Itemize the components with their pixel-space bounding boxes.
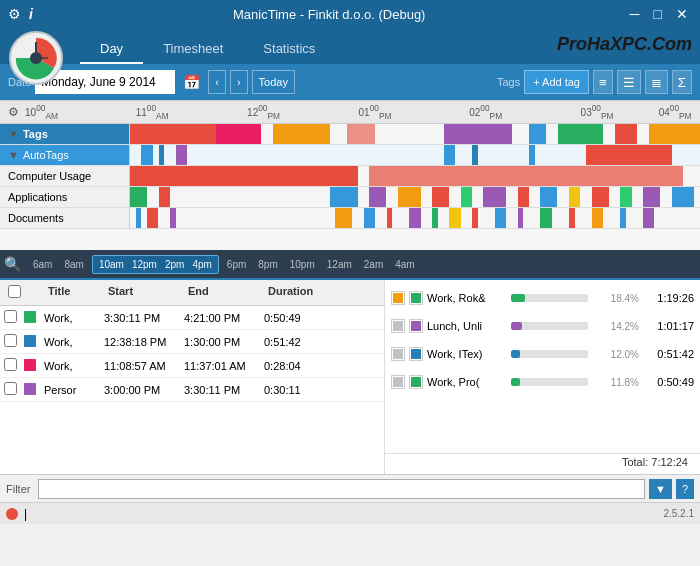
row-start: 3:30:11 PM bbox=[104, 312, 184, 324]
calendar-icon[interactable]: 📅 bbox=[179, 72, 204, 92]
pie-bar-2 bbox=[511, 350, 589, 358]
pie-color-0 bbox=[391, 291, 405, 305]
prev-day-button[interactable]: ‹ bbox=[208, 70, 226, 94]
row-checkbox[interactable] bbox=[4, 382, 24, 397]
timeline-area: ▼ Tags ▼ AutoTags bbox=[0, 124, 700, 250]
mini-hour-6pm: 6pm bbox=[223, 259, 250, 270]
filter-help-button[interactable]: ? bbox=[676, 479, 694, 499]
row-checkbox[interactable] bbox=[4, 334, 24, 349]
pie-color-fill-2 bbox=[409, 347, 423, 361]
window-controls[interactable]: ─ □ ✕ bbox=[626, 6, 692, 22]
status-indicator bbox=[6, 508, 18, 520]
pie-color-2 bbox=[391, 347, 405, 361]
autotags-expand-icon[interactable]: ▼ bbox=[8, 149, 19, 161]
applications-label: Applications bbox=[0, 187, 130, 207]
close-button[interactable]: ✕ bbox=[672, 6, 692, 22]
tab-day[interactable]: Day bbox=[80, 35, 143, 64]
pie-time-0: 1:19:26 bbox=[639, 292, 694, 304]
mini-hour-2am: 2am bbox=[360, 259, 387, 270]
pie-color-3 bbox=[391, 375, 405, 389]
title-bar: ⚙ i ManicTime - Finkit d.o.o. (Debug) ─ … bbox=[0, 0, 700, 28]
pie-bar-1 bbox=[511, 322, 589, 330]
pie-color-1 bbox=[391, 319, 405, 333]
pie-bar-3 bbox=[511, 378, 589, 386]
autotags-bar-area bbox=[130, 145, 700, 165]
filter-dropdown-button[interactable]: ▼ bbox=[649, 479, 672, 499]
table-row[interactable]: Persor 3:00:00 PM 3:30:11 PM 0:30:11 bbox=[0, 378, 384, 402]
mini-hour-4pm[interactable]: 4pm bbox=[188, 257, 215, 272]
hour-2pm: 0200PM bbox=[469, 103, 502, 120]
add-tag-button[interactable]: + Add tag bbox=[524, 70, 589, 94]
mini-hour-10am[interactable]: 10am bbox=[95, 257, 128, 272]
table-body: Work, 3:30:11 PM 4:21:00 PM 0:50:49 Work… bbox=[0, 306, 384, 474]
th-end[interactable]: End bbox=[184, 283, 264, 302]
documents-label: Documents bbox=[0, 208, 130, 228]
tab-statistics[interactable]: Statistics bbox=[243, 35, 335, 64]
toolbar: Date 📅 ‹ › Today Tags + Add tag ≡ ☰ ≣ Σ bbox=[0, 64, 700, 100]
view-list2-button[interactable]: ☰ bbox=[617, 70, 641, 94]
minimize-button[interactable]: ─ bbox=[626, 6, 644, 22]
next-day-button[interactable]: › bbox=[230, 70, 248, 94]
mini-search-icon[interactable]: 🔍 bbox=[4, 256, 21, 272]
maximize-button[interactable]: □ bbox=[650, 6, 666, 22]
view-sigma-button[interactable]: Σ bbox=[672, 70, 692, 94]
mini-hour-12pm[interactable]: 12pm bbox=[128, 257, 161, 272]
status-bar: | 2.5.2.1 bbox=[0, 502, 700, 524]
row-color-indicator bbox=[24, 383, 44, 397]
mini-hour-10pm: 10pm bbox=[286, 259, 319, 270]
pie-row-2: Work, ITex) 12.0% 0:51:42 bbox=[385, 340, 700, 368]
pie-pct-3: 11.8% bbox=[594, 377, 639, 388]
timeline-row-computer-usage: Computer Usage bbox=[0, 166, 700, 187]
table-header: Title Start End Duration bbox=[0, 280, 384, 306]
th-duration[interactable]: Duration bbox=[264, 283, 334, 302]
table-row[interactable]: Work, 11:08:57 AM 11:37:01 AM 0:28:04 bbox=[0, 354, 384, 378]
row-color-indicator bbox=[24, 359, 44, 373]
tags-expand-icon[interactable]: ▼ bbox=[8, 128, 19, 140]
table-row[interactable]: Work, 12:38:18 PM 1:30:00 PM 0:51:42 bbox=[0, 330, 384, 354]
total-time: Total: 7:12:24 bbox=[385, 453, 700, 470]
pie-label-0: Work, Rok& bbox=[427, 292, 505, 304]
timeline-settings-icon[interactable]: ⚙ bbox=[8, 105, 19, 119]
view-list-button[interactable]: ≡ bbox=[593, 70, 613, 94]
settings-icon[interactable]: ⚙ bbox=[8, 6, 21, 22]
filter-input[interactable] bbox=[38, 479, 645, 499]
pie-pct-0: 18.4% bbox=[594, 293, 639, 304]
tab-timesheet[interactable]: Timesheet bbox=[143, 35, 243, 64]
row-checkbox[interactable] bbox=[4, 310, 24, 325]
pie-row-3: Work, Pro( 11.8% 0:50:49 bbox=[385, 368, 700, 396]
th-title[interactable]: Title bbox=[44, 283, 104, 302]
row-checkbox[interactable] bbox=[4, 358, 24, 373]
tags-section: Tags + Add tag ≡ ☰ ≣ Σ bbox=[497, 70, 692, 94]
pie-pct-1: 14.2% bbox=[594, 321, 639, 332]
mini-hour-6am: 6am bbox=[29, 259, 56, 270]
row-duration: 0:51:42 bbox=[264, 336, 334, 348]
th-start[interactable]: Start bbox=[104, 283, 184, 302]
row-start: 3:00:00 PM bbox=[104, 384, 184, 396]
pie-time-2: 0:51:42 bbox=[639, 348, 694, 360]
bottom-panel: Title Start End Duration Work, 3:30:11 P… bbox=[0, 278, 700, 474]
tags-label: Tags bbox=[497, 76, 520, 88]
hour-10am: 1000AM bbox=[25, 103, 58, 120]
table-row[interactable]: Work, 3:30:11 PM 4:21:00 PM 0:50:49 bbox=[0, 306, 384, 330]
mini-hour-2pm[interactable]: 2pm bbox=[161, 257, 188, 272]
timeline-row-applications: Applications bbox=[0, 187, 700, 208]
nav-bar: Day Timesheet Statistics ProHaXPC.Com bbox=[0, 28, 700, 64]
row-start: 11:08:57 AM bbox=[104, 360, 184, 372]
timeline-row-autotags: ▼ AutoTags bbox=[0, 145, 700, 166]
today-button[interactable]: Today bbox=[252, 70, 295, 94]
row-duration: 0:50:49 bbox=[264, 312, 334, 324]
pie-bar-0 bbox=[511, 294, 589, 302]
select-all-checkbox[interactable] bbox=[8, 285, 21, 298]
view-details-button[interactable]: ≣ bbox=[645, 70, 668, 94]
row-end: 3:30:11 PM bbox=[184, 384, 264, 396]
brand-text: ProHaXPC.Com bbox=[557, 34, 692, 55]
hour-1pm: 0100PM bbox=[359, 103, 392, 120]
hour-3pm: 0300PM bbox=[581, 103, 614, 120]
timeline-row-tags: ▼ Tags bbox=[0, 124, 700, 145]
pie-label-3: Work, Pro( bbox=[427, 376, 505, 388]
mini-timeline: 🔍 6am 8am 10am 12pm 2pm 4pm 6pm 8pm 10pm… bbox=[0, 250, 700, 278]
row-duration: 0:28:04 bbox=[264, 360, 334, 372]
title-icons[interactable]: ⚙ i bbox=[8, 6, 33, 22]
pie-label-1: Lunch, Unli bbox=[427, 320, 505, 332]
row-title: Work, bbox=[44, 360, 104, 372]
